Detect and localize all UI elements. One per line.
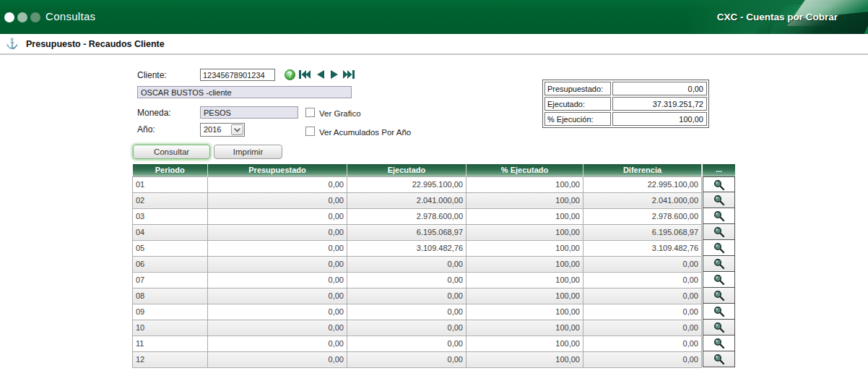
cell-pct_ejecutado: 100,00 [466,240,583,256]
row-detail-button[interactable] [703,176,735,192]
row-detail-button[interactable] [703,208,735,224]
cell-diferencia: 2.978.600,00 [583,208,702,224]
cell-presupuestado: 0,00 [208,320,347,335]
cell-diferencia: 22.995.100,00 [583,176,702,192]
window-dot-icon [30,12,40,22]
table-row: 040,006.195.068,97100,006.195.068,97 [133,224,702,240]
cell-presupuestado: 0,00 [208,288,347,304]
magnifier-icon [713,210,725,222]
table-row: 070,000,00100,000,00 [133,272,702,288]
help-icon[interactable]: ? [285,69,295,80]
imprimir-button[interactable]: Imprimir [214,145,282,159]
magnifier-icon [713,242,725,254]
app-title: Consultas [45,10,95,22]
ver-acumulados-checkbox[interactable] [305,127,315,136]
page-title: Presupuesto - Recaudos Cliente [26,39,165,49]
cell-diferencia: 0,00 [583,335,702,351]
row-detail-button[interactable] [703,272,735,288]
cell-periodo: 04 [133,224,208,240]
cell-pct_ejecutado: 100,00 [466,176,583,192]
cell-pct_ejecutado: 100,00 [466,224,583,240]
cell-ejecutado: 0,00 [347,256,466,272]
cell-periodo: 06 [133,256,208,272]
cell-presupuestado: 0,00 [208,224,347,240]
cell-periodo: 11 [133,335,208,351]
next-record-button[interactable] [329,69,341,80]
cell-periodo: 07 [133,272,208,288]
cell-ejecutado: 2.041.000,00 [347,192,466,208]
last-record-button[interactable] [343,69,355,80]
table-row: 090,000,00100,000,00 [133,304,702,320]
summary-row: % Ejecución: 100,00 [544,112,707,126]
cell-periodo: 02 [133,192,208,208]
cliente-input[interactable] [200,69,275,81]
chevron-down-icon[interactable] [231,124,243,135]
consultar-button[interactable]: Consultar [133,145,210,159]
ejecutado-label: Ejecutado: [544,97,611,111]
anio-select[interactable]: 2016 [200,123,245,137]
previous-record-button[interactable] [314,69,326,80]
col-header-pct-ejecutado[interactable]: % Ejecutado [466,164,583,176]
first-record-button[interactable] [298,69,311,80]
table-row: 020,002.041.000,00100,002.041.000,00 [133,192,702,208]
cell-presupuestado: 0,00 [208,351,347,367]
cell-ejecutado: 22.995.100,00 [347,176,466,192]
cliente-label: Cliente: [137,70,167,80]
row-detail-button[interactable] [703,335,735,351]
cell-ejecutado: 6.195.068,97 [347,224,466,240]
cell-diferencia: 0,00 [583,351,702,367]
cell-periodo: 12 [133,351,208,367]
cell-presupuestado: 0,00 [208,208,347,224]
magnifier-icon [713,354,725,365]
pct-ejecucion-label: % Ejecución: [544,112,611,126]
row-detail-button[interactable] [703,224,735,240]
col-header-actions: ... [703,164,735,176]
cell-pct_ejecutado: 100,00 [466,272,583,288]
col-header-presupuestado[interactable]: Presupuestado [208,164,347,176]
pct-ejecucion-value: 100,00 [612,112,707,126]
table-row: 110,000,00100,000,00 [133,335,702,351]
col-header-ejecutado[interactable]: Ejecutado [347,164,466,176]
magnifier-icon [713,194,725,206]
row-actions-column: ... [703,164,735,367]
brand-image: CXC - Cuentas por Cobrar [686,0,868,34]
periods-table: Periodo Presupuestado Ejecutado % Ejecut… [132,164,702,368]
summary-row: Presupuestado: 0,00 [544,82,707,95]
row-detail-button[interactable] [703,304,735,320]
cell-diferencia: 0,00 [583,272,702,288]
cell-ejecutado: 3.109.482,76 [347,240,466,256]
table-row: 010,0022.995.100,00100,0022.995.100,00 [133,176,702,192]
magnifier-icon [713,306,725,317]
cell-pct_ejecutado: 100,00 [466,208,583,224]
row-detail-button[interactable] [703,192,735,208]
ejecutado-value: 37.319.251,72 [612,97,707,111]
cell-pct_ejecutado: 100,00 [466,320,583,335]
anio-select-value: 2016 [204,125,221,134]
row-detail-button[interactable] [703,320,735,335]
ver-grafico-label: Ver Grafico [319,109,361,118]
cell-presupuestado: 0,00 [208,272,347,288]
cell-periodo: 05 [133,240,208,256]
magnifier-icon [713,290,725,302]
cell-diferencia: 0,00 [583,304,702,320]
table-row: 050,003.109.482,76100,003.109.482,76 [133,240,702,256]
cell-presupuestado: 0,00 [208,176,347,192]
row-detail-button[interactable] [703,240,735,256]
row-detail-button[interactable] [703,288,735,304]
row-detail-button[interactable] [703,256,735,272]
table-header-row: Periodo Presupuestado Ejecutado % Ejecut… [133,164,702,176]
col-header-diferencia[interactable]: Diferencia [583,164,702,176]
anchor-icon[interactable]: ⚓ [6,37,18,50]
ver-grafico-checkbox[interactable] [305,108,315,117]
page-title-row: ⚓ Presupuesto - Recaudos Cliente [0,34,868,55]
col-header-periodo[interactable]: Periodo [133,164,208,176]
cell-pct_ejecutado: 100,00 [466,335,583,351]
brand-title: CXC - Cuentas por Cobrar [717,12,838,22]
cell-presupuestado: 0,00 [208,335,347,351]
magnifier-icon [713,226,725,238]
cliente-name-field: OSCAR BUSTOS -cliente [137,86,352,98]
magnifier-icon [713,179,725,191]
row-detail-button[interactable] [703,351,735,367]
cell-diferencia: 3.109.482,76 [583,240,702,256]
cell-pct_ejecutado: 100,00 [466,351,583,367]
